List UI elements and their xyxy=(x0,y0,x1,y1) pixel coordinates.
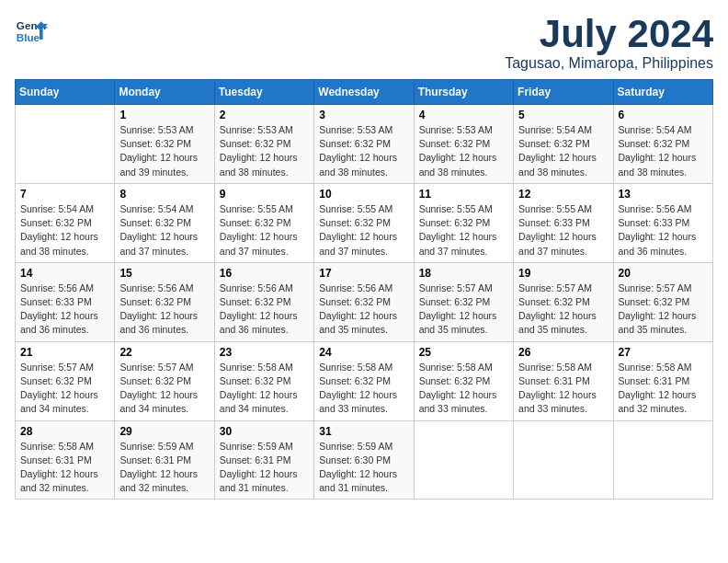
calendar-cell: 6Sunrise: 5:54 AM Sunset: 6:32 PM Daylig… xyxy=(613,105,712,184)
calendar-cell: 15Sunrise: 5:56 AM Sunset: 6:32 PM Dayli… xyxy=(115,262,214,341)
day-info: Sunrise: 5:58 AM Sunset: 6:31 PM Dayligh… xyxy=(20,440,109,496)
week-row-2: 7Sunrise: 5:54 AM Sunset: 6:32 PM Daylig… xyxy=(16,183,713,262)
day-info: Sunrise: 5:58 AM Sunset: 6:31 PM Dayligh… xyxy=(619,361,708,417)
calendar-cell: 14Sunrise: 5:56 AM Sunset: 6:33 PM Dayli… xyxy=(16,262,115,341)
calendar-cell: 11Sunrise: 5:55 AM Sunset: 6:32 PM Dayli… xyxy=(414,183,513,262)
logo: General Blue xyxy=(15,15,48,48)
day-number: 15 xyxy=(119,267,209,280)
day-info: Sunrise: 5:56 AM Sunset: 6:32 PM Dayligh… xyxy=(220,282,309,338)
calendar-cell: 20Sunrise: 5:57 AM Sunset: 6:32 PM Dayli… xyxy=(613,262,712,341)
calendar-header-row: SundayMondayTuesdayWednesdayThursdayFrid… xyxy=(16,80,713,105)
calendar-cell: 22Sunrise: 5:57 AM Sunset: 6:32 PM Dayli… xyxy=(115,341,214,420)
day-info: Sunrise: 5:57 AM Sunset: 6:32 PM Dayligh… xyxy=(119,361,209,417)
day-info: Sunrise: 5:53 AM Sunset: 6:32 PM Dayligh… xyxy=(119,123,209,179)
day-number: 6 xyxy=(619,109,708,121)
day-number: 10 xyxy=(319,188,408,201)
calendar-cell: 24Sunrise: 5:58 AM Sunset: 6:32 PM Dayli… xyxy=(314,341,414,420)
day-info: Sunrise: 5:57 AM Sunset: 6:32 PM Dayligh… xyxy=(518,282,608,338)
day-number: 26 xyxy=(518,346,608,359)
day-info: Sunrise: 5:55 AM Sunset: 6:32 PM Dayligh… xyxy=(319,202,408,259)
day-number: 18 xyxy=(419,267,508,280)
day-number: 16 xyxy=(220,267,309,280)
day-number: 22 xyxy=(119,346,209,359)
day-info: Sunrise: 5:54 AM Sunset: 6:32 PM Dayligh… xyxy=(119,202,209,259)
logo-icon: General Blue xyxy=(15,15,48,48)
header-sunday: Sunday xyxy=(16,80,115,105)
day-number: 23 xyxy=(220,346,309,359)
header-thursday: Thursday xyxy=(414,80,513,105)
calendar-cell xyxy=(414,420,513,500)
day-number: 12 xyxy=(518,188,608,201)
calendar-cell: 27Sunrise: 5:58 AM Sunset: 6:31 PM Dayli… xyxy=(613,341,712,420)
day-number: 9 xyxy=(220,188,309,201)
page-header: General Blue July 2024 Tagusao, Mimaropa… xyxy=(15,15,713,72)
header-friday: Friday xyxy=(514,80,613,105)
calendar-table: SundayMondayTuesdayWednesdayThursdayFrid… xyxy=(15,79,713,500)
calendar-cell: 25Sunrise: 5:58 AM Sunset: 6:32 PM Dayli… xyxy=(414,341,513,420)
calendar-cell: 2Sunrise: 5:53 AM Sunset: 6:32 PM Daylig… xyxy=(214,105,313,184)
day-info: Sunrise: 5:57 AM Sunset: 6:32 PM Dayligh… xyxy=(419,282,508,338)
title-area: July 2024 Tagusao, Mimaropa, Philippines xyxy=(505,15,713,72)
day-number: 13 xyxy=(619,188,708,201)
calendar-cell: 28Sunrise: 5:58 AM Sunset: 6:31 PM Dayli… xyxy=(16,420,115,500)
day-info: Sunrise: 5:57 AM Sunset: 6:32 PM Dayligh… xyxy=(20,361,109,417)
calendar-cell: 7Sunrise: 5:54 AM Sunset: 6:32 PM Daylig… xyxy=(16,183,115,262)
svg-text:Blue: Blue xyxy=(17,31,40,43)
month-title: July 2024 xyxy=(505,15,713,53)
day-number: 14 xyxy=(20,267,109,280)
header-wednesday: Wednesday xyxy=(314,80,414,105)
day-info: Sunrise: 5:59 AM Sunset: 6:30 PM Dayligh… xyxy=(319,440,408,496)
day-number: 11 xyxy=(419,188,508,201)
calendar-cell: 26Sunrise: 5:58 AM Sunset: 6:31 PM Dayli… xyxy=(514,341,613,420)
week-row-4: 21Sunrise: 5:57 AM Sunset: 6:32 PM Dayli… xyxy=(16,341,713,420)
day-number: 21 xyxy=(20,346,109,359)
day-info: Sunrise: 5:56 AM Sunset: 6:32 PM Dayligh… xyxy=(119,282,209,338)
calendar-cell xyxy=(16,105,115,184)
calendar-cell: 1Sunrise: 5:53 AM Sunset: 6:32 PM Daylig… xyxy=(115,105,214,184)
day-number: 24 xyxy=(319,346,408,359)
day-info: Sunrise: 5:56 AM Sunset: 6:32 PM Dayligh… xyxy=(319,282,408,338)
day-number: 25 xyxy=(419,346,508,359)
week-row-5: 28Sunrise: 5:58 AM Sunset: 6:31 PM Dayli… xyxy=(16,420,713,500)
week-row-1: 1Sunrise: 5:53 AM Sunset: 6:32 PM Daylig… xyxy=(16,105,713,184)
calendar-cell: 29Sunrise: 5:59 AM Sunset: 6:31 PM Dayli… xyxy=(115,420,214,500)
day-info: Sunrise: 5:58 AM Sunset: 6:32 PM Dayligh… xyxy=(319,361,408,417)
calendar-cell: 4Sunrise: 5:53 AM Sunset: 6:32 PM Daylig… xyxy=(414,105,513,184)
day-number: 30 xyxy=(220,425,309,438)
day-info: Sunrise: 5:58 AM Sunset: 6:31 PM Dayligh… xyxy=(518,361,608,417)
day-info: Sunrise: 5:58 AM Sunset: 6:32 PM Dayligh… xyxy=(419,361,508,417)
day-number: 7 xyxy=(20,188,109,201)
day-info: Sunrise: 5:56 AM Sunset: 6:33 PM Dayligh… xyxy=(619,202,708,259)
day-info: Sunrise: 5:53 AM Sunset: 6:32 PM Dayligh… xyxy=(319,123,408,179)
day-info: Sunrise: 5:54 AM Sunset: 6:32 PM Dayligh… xyxy=(619,123,708,179)
calendar-cell: 12Sunrise: 5:55 AM Sunset: 6:33 PM Dayli… xyxy=(514,183,613,262)
calendar-cell: 5Sunrise: 5:54 AM Sunset: 6:32 PM Daylig… xyxy=(514,105,613,184)
day-number: 31 xyxy=(319,425,408,438)
day-info: Sunrise: 5:59 AM Sunset: 6:31 PM Dayligh… xyxy=(119,440,209,496)
day-number: 8 xyxy=(119,188,209,201)
header-tuesday: Tuesday xyxy=(214,80,313,105)
day-info: Sunrise: 5:59 AM Sunset: 6:31 PM Dayligh… xyxy=(220,440,309,496)
day-info: Sunrise: 5:54 AM Sunset: 6:32 PM Dayligh… xyxy=(20,202,109,259)
day-number: 27 xyxy=(619,346,708,359)
calendar-cell xyxy=(613,420,712,500)
day-info: Sunrise: 5:55 AM Sunset: 6:32 PM Dayligh… xyxy=(419,202,508,259)
day-info: Sunrise: 5:58 AM Sunset: 6:32 PM Dayligh… xyxy=(220,361,309,417)
calendar-cell: 9Sunrise: 5:55 AM Sunset: 6:32 PM Daylig… xyxy=(214,183,313,262)
day-number: 20 xyxy=(619,267,708,280)
day-info: Sunrise: 5:54 AM Sunset: 6:32 PM Dayligh… xyxy=(518,123,608,179)
calendar-cell: 17Sunrise: 5:56 AM Sunset: 6:32 PM Dayli… xyxy=(314,262,414,341)
header-monday: Monday xyxy=(115,80,214,105)
location-subtitle: Tagusao, Mimaropa, Philippines xyxy=(505,55,713,72)
day-number: 3 xyxy=(319,109,408,121)
day-number: 2 xyxy=(220,109,309,121)
day-info: Sunrise: 5:55 AM Sunset: 6:32 PM Dayligh… xyxy=(220,202,309,259)
calendar-cell: 10Sunrise: 5:55 AM Sunset: 6:32 PM Dayli… xyxy=(314,183,414,262)
calendar-cell: 19Sunrise: 5:57 AM Sunset: 6:32 PM Dayli… xyxy=(514,262,613,341)
day-info: Sunrise: 5:56 AM Sunset: 6:33 PM Dayligh… xyxy=(20,282,109,338)
calendar-cell: 16Sunrise: 5:56 AM Sunset: 6:32 PM Dayli… xyxy=(214,262,313,341)
day-number: 29 xyxy=(119,425,209,438)
week-row-3: 14Sunrise: 5:56 AM Sunset: 6:33 PM Dayli… xyxy=(16,262,713,341)
calendar-cell: 30Sunrise: 5:59 AM Sunset: 6:31 PM Dayli… xyxy=(214,420,313,500)
day-info: Sunrise: 5:55 AM Sunset: 6:33 PM Dayligh… xyxy=(518,202,608,259)
